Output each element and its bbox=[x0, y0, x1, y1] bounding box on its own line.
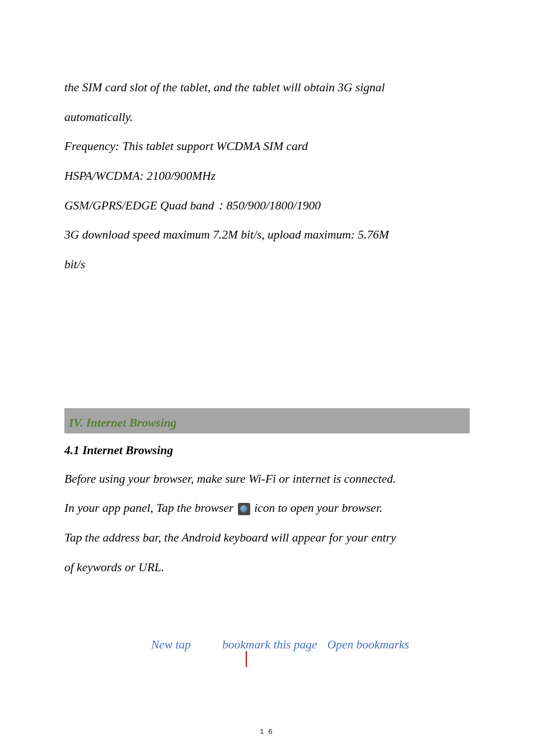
body-paragraph: Tap the address bar, the Android keyboar… bbox=[64, 523, 470, 582]
body-paragraph: GSM/GPRS/EDGE Quad band：850/900/1800/190… bbox=[64, 191, 470, 221]
body-paragraph: the SIM card slot of the tablet, and the… bbox=[64, 73, 470, 132]
body-paragraph: Before using your browser, make sure Wi-… bbox=[64, 464, 470, 494]
callout-open-bookmarks: Open bookmarks bbox=[327, 638, 409, 652]
document-page: the SIM card slot of the tablet, and the… bbox=[0, 0, 534, 756]
callout-leader-line bbox=[246, 651, 247, 667]
text-line: the SIM card slot of the tablet, and the… bbox=[64, 81, 385, 94]
text-run: In your app panel, Tap the browser bbox=[64, 501, 237, 515]
text-line: bit/s bbox=[64, 258, 85, 271]
text-line: Tap the address bar, the Android keyboar… bbox=[64, 531, 396, 544]
body-paragraph: Frequency: This tablet support WCDMA SIM… bbox=[64, 132, 470, 161]
text-line: 3G download speed maximum 7.2M bit/s, up… bbox=[64, 228, 389, 241]
browser-icon bbox=[238, 503, 250, 515]
body-paragraph: 3G download speed maximum 7.2M bit/s, up… bbox=[64, 220, 470, 279]
body-paragraph: HSPA/WCDMA: 2100/900MHz bbox=[64, 161, 470, 191]
text-run: icon to open your browser. bbox=[251, 501, 383, 515]
page-number: １６ bbox=[0, 727, 534, 736]
callout-bookmark-page: bookmark this page bbox=[222, 638, 317, 652]
callout-row: New tap bookmark this page Open bookmark… bbox=[64, 638, 470, 652]
section-header-bar: IV. Internet Browsing bbox=[64, 408, 470, 433]
text-line: automatically. bbox=[64, 110, 133, 124]
section-header-title: IV. Internet Browsing bbox=[69, 416, 177, 430]
subheading: 4.1 Internet Browsing bbox=[64, 444, 470, 458]
body-paragraph: In your app panel, Tap the browser icon … bbox=[64, 493, 470, 523]
text-line: of keywords or URL. bbox=[64, 561, 164, 574]
callout-new-tap: New tap bbox=[151, 638, 191, 652]
